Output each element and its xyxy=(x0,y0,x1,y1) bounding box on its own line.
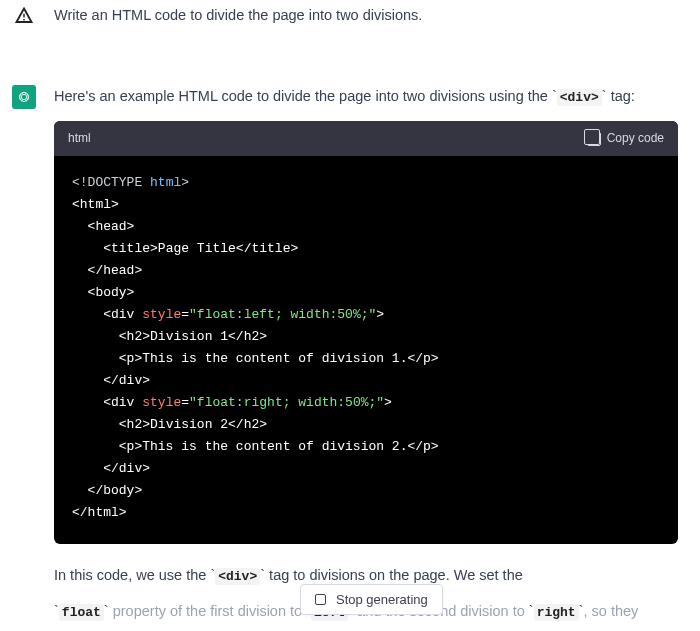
clipboard-icon xyxy=(587,132,601,146)
copy-code-button[interactable]: Copy code xyxy=(587,129,664,148)
assistant-message-body: Here's an example HTML code to divide th… xyxy=(54,85,688,631)
code-block-header: html Copy code xyxy=(54,121,678,156)
stop-icon xyxy=(315,594,326,605)
stop-generating-button[interactable]: Stop generating xyxy=(300,584,443,615)
stop-generating-label: Stop generating xyxy=(336,592,428,607)
user-message-text: Write an HTML code to divide the page in… xyxy=(54,4,678,27)
code-content[interactable]: <!DOCTYPE html> <html> <head> <title>Pag… xyxy=(54,156,678,544)
code-block: html Copy code <!DOCTYPE html> <html> <h… xyxy=(54,121,678,544)
svg-rect-0 xyxy=(23,14,25,18)
user-avatar-icon xyxy=(15,7,33,25)
assistant-message: Here's an example HTML code to divide th… xyxy=(0,55,700,631)
assistant-avatar xyxy=(12,85,36,109)
user-message: Write an HTML code to divide the page in… xyxy=(0,0,700,55)
user-message-body: Write an HTML code to divide the page in… xyxy=(54,4,688,39)
code-language-label: html xyxy=(68,129,91,148)
user-avatar xyxy=(12,4,36,28)
copy-code-label: Copy code xyxy=(607,129,664,148)
svg-rect-1 xyxy=(23,19,25,21)
svg-point-2 xyxy=(19,93,28,102)
assistant-intro: Here's an example HTML code to divide th… xyxy=(54,85,678,109)
intro-suffix: tag: xyxy=(607,88,635,104)
svg-point-3 xyxy=(21,95,26,100)
intro-inline-code: <div> xyxy=(557,89,602,106)
openai-icon xyxy=(16,89,32,105)
intro-prefix: Here's an example HTML code to divide th… xyxy=(54,88,552,104)
